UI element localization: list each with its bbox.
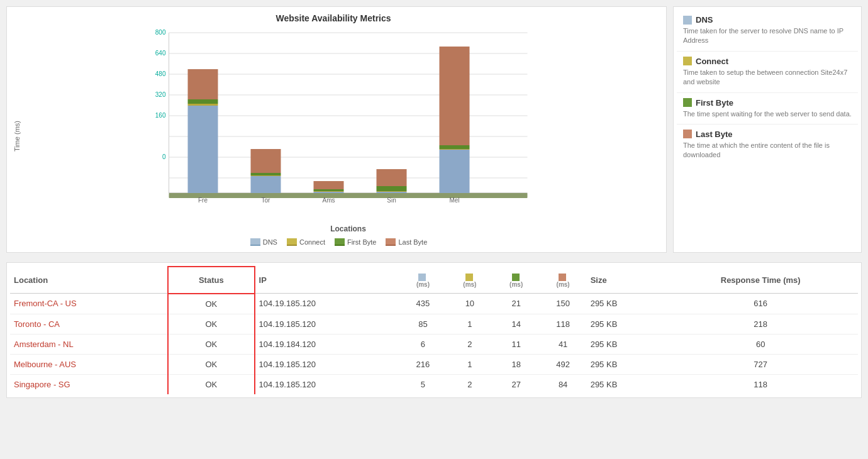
bar-fre-firstbyte [188,99,218,104]
legend-dns: DNS [250,238,277,246]
bar-mel-firstbyte [440,145,470,149]
bar-sin-connect [377,191,407,192]
chart-container: Website Availability Metrics Time (ms) [6,6,667,253]
cell-firstbyte: 14 [493,314,540,334]
svg-text:Mel: Mel [449,197,459,204]
cell-status: OK [168,354,255,374]
cell-ip: 104.19.185.120 [255,354,399,374]
cell-response: 616 [663,294,858,314]
cell-location[interactable]: Melbourne - AUS [10,354,168,374]
chart-inner: 800 640 480 320 160 0 [24,26,654,246]
bar-ams-dns [314,192,344,193]
svg-text:800: 800 [155,29,166,36]
legend-firstbyte-icon [335,238,345,246]
bar-sin-firstbyte [377,186,407,191]
table-row: Melbourne - AUS OK 104.19.185.120 216 1 … [10,354,858,374]
cell-firstbyte: 11 [493,334,540,354]
metric-firstbyte-title: First Byte [683,98,852,108]
metric-firstbyte-color [683,98,692,107]
th-connect-icon [465,274,473,281]
y-axis-label: Time (ms) [13,121,21,152]
cell-lastbyte: 150 [540,294,587,314]
cell-status: OK [168,294,255,314]
legend-last-byte: Last Byte [386,238,427,246]
metric-dns: DNS Time taken for the server to resolve… [677,10,858,52]
cell-size: 295 KB [587,374,664,394]
metric-first-byte: First Byte The time spent waiting for th… [677,93,858,124]
cell-response: 727 [663,354,858,374]
cell-location[interactable]: Singapore - SG [10,374,168,394]
chart-legend: DNS Connect First Byte Last Byte [24,238,654,246]
table-row: Toronto - CA OK 104.19.185.120 85 1 14 1… [10,314,858,334]
metric-connect-title: Connect [683,57,852,66]
bar-fre-lastbyte [188,69,218,99]
cell-location[interactable]: Fremont-CA - US [10,294,168,314]
legend-connect-icon [287,238,297,246]
cell-firstbyte: 27 [493,374,540,394]
cell-connect: 10 [447,294,493,314]
svg-text:0: 0 [162,153,166,160]
cell-status: OK [168,374,255,394]
cell-lastbyte: 41 [540,334,587,354]
cell-size: 295 KB [587,354,664,374]
metric-connect-color [683,57,692,65]
metric-connect: Connect Time taken to setup the between … [677,52,858,93]
bar-sin-dns [377,192,407,193]
bar-tor-lastbyte [251,149,281,173]
bar-tor-firstbyte [251,173,281,175]
metric-dns-title: DNS [683,15,852,25]
svg-text:160: 160 [155,112,166,119]
metric-lastbyte-color [683,130,692,138]
cell-status: OK [168,334,255,354]
bar-ams-lastbyte [314,181,344,189]
cell-lastbyte: 84 [540,374,587,394]
legend-lastbyte-icon [386,238,396,246]
col-response: Response Time (ms) [663,267,858,294]
col-status: Status [168,267,255,294]
bar-fre-connect [188,104,218,106]
cell-response: 118 [663,374,858,394]
cell-size: 295 KB [587,294,664,314]
col-lastbyte: (ms) [540,267,587,294]
bar-mel-connect [440,149,470,150]
chart-svg: 800 640 480 320 160 0 [24,26,654,221]
cell-status: OK [168,314,255,334]
table-row: Amsterdam - NL OK 104.19.184.120 6 2 11 … [10,334,858,354]
cell-dns: 6 [399,334,447,354]
bar-sin-lastbyte [377,169,407,186]
bar-ams-firstbyte [314,189,344,191]
legend-connect-label: Connect [299,238,325,246]
metrics-legend-panel: DNS Time taken for the server to resolve… [673,6,862,253]
bar-tor-connect [251,175,281,176]
cell-location[interactable]: Amsterdam - NL [10,334,168,354]
chart-title: Website Availability Metrics [13,13,654,23]
metric-lastbyte-desc: The time at which the entire content of … [683,141,852,160]
cell-connect: 1 [447,354,493,374]
cell-connect: 2 [447,334,493,354]
cell-firstbyte: 21 [493,294,540,314]
cell-ip: 104.19.185.120 [255,294,399,314]
table-header-row: Location Status IP (ms) (ms) (ms) [10,267,858,294]
th-lastbyte-icon [559,274,566,281]
svg-text:Sin: Sin [387,197,396,204]
legend-firstbyte-label: First Byte [347,238,376,246]
svg-text:Fre: Fre [198,197,208,204]
bar-ams-connect [314,191,344,192]
th-dns-icon [418,274,426,281]
th-firstbyte-icon [512,274,520,281]
cell-lastbyte: 492 [540,354,587,374]
col-firstbyte: (ms) [493,267,540,294]
x-axis-title: Locations [43,224,654,233]
legend-first-byte: First Byte [335,238,376,246]
col-connect: (ms) [447,267,493,294]
cell-ip: 104.19.185.120 [255,374,399,394]
svg-text:320: 320 [155,91,166,98]
cell-lastbyte: 118 [540,314,587,334]
cell-location[interactable]: Toronto - CA [10,314,168,334]
table-body: Fremont-CA - US OK 104.19.185.120 435 10… [10,294,858,394]
cell-dns: 5 [399,374,447,394]
table-row: Fremont-CA - US OK 104.19.185.120 435 10… [10,294,858,314]
col-size: Size [587,267,664,294]
bar-tor-dns [251,176,281,193]
data-table: Location Status IP (ms) (ms) (ms) [10,266,858,394]
